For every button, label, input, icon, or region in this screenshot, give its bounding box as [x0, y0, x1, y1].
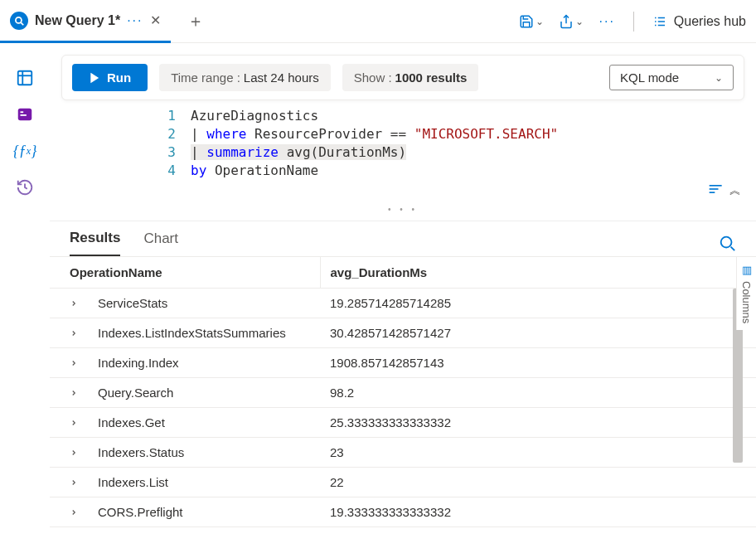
- cell-operation: CORS.Preflight: [88, 497, 320, 527]
- save-button[interactable]: ⌄: [519, 14, 544, 29]
- tab-results[interactable]: Results: [70, 230, 120, 257]
- show-value: 1000 results: [395, 70, 468, 85]
- line-number: 2: [50, 125, 191, 143]
- query-editor[interactable]: 1AzureDiagnostics2| where ResourceProvid…: [50, 107, 756, 180]
- chevron-down-icon: ⌄: [575, 16, 584, 27]
- line-number: 1: [50, 107, 191, 125]
- table-row[interactable]: Indexers.Status23: [50, 438, 756, 468]
- mode-value: KQL mode: [620, 70, 679, 85]
- time-range-label: Time range :: [171, 70, 240, 85]
- cell-operation: Indexes.Get: [88, 408, 320, 438]
- col-header-operation[interactable]: OperationName: [50, 257, 320, 289]
- svg-line-1: [21, 22, 23, 25]
- time-range-selector[interactable]: Time range : Last 24 hours: [159, 64, 331, 91]
- cell-duration: 23: [320, 438, 756, 468]
- tab-chart[interactable]: Chart: [143, 230, 178, 255]
- table-row[interactable]: CORS.Preflight19.333333333333332: [50, 497, 756, 527]
- svg-point-19: [721, 237, 732, 248]
- functions-icon[interactable]: {ƒx}: [15, 141, 35, 161]
- expand-row-icon[interactable]: [50, 408, 88, 438]
- chevron-down-icon: ⌄: [536, 16, 544, 27]
- cell-duration: 22: [320, 468, 756, 497]
- cell-operation: Query.Search: [88, 378, 320, 408]
- results-table: OperationName avg_DurationMs ServiceStat…: [50, 257, 756, 527]
- queries-hub-button[interactable]: Queries hub: [652, 14, 746, 29]
- more-actions-button[interactable]: ···: [598, 14, 614, 29]
- tabs-area: New Query 1* ··· ✕ ＋: [0, 0, 214, 42]
- code-line[interactable]: by OperationName: [191, 162, 756, 180]
- table-row[interactable]: ServiceStats19.285714285714285: [50, 289, 756, 318]
- svg-point-0: [16, 17, 22, 22]
- line-number: 4: [50, 162, 191, 180]
- col-header-duration[interactable]: avg_DurationMs: [320, 257, 756, 289]
- new-tab-button[interactable]: ＋: [177, 10, 214, 32]
- expand-row-icon[interactable]: [50, 497, 88, 527]
- share-button[interactable]: ⌄: [559, 14, 584, 29]
- svg-rect-13: [21, 111, 24, 113]
- show-results-selector[interactable]: Show : 1000 results: [342, 64, 479, 91]
- expand-row-icon[interactable]: [50, 468, 88, 497]
- cell-duration: 1908.857142857143: [320, 348, 756, 378]
- format-toolbar: ︽: [50, 180, 756, 201]
- code-line[interactable]: AzureDiagnostics: [191, 107, 756, 125]
- format-icon[interactable]: [708, 183, 724, 198]
- columns-panel-toggle[interactable]: ▥ Columns: [736, 257, 756, 330]
- svg-rect-9: [18, 71, 32, 85]
- search-results-icon[interactable]: [718, 234, 736, 252]
- chevron-down-icon: ⌄: [715, 72, 723, 84]
- code-line[interactable]: | summarize avg(DurationMs): [191, 143, 756, 162]
- azure-query-icon: [10, 12, 28, 30]
- tab-more-icon[interactable]: ···: [127, 13, 143, 28]
- cell-operation: Indexers.Status: [88, 438, 320, 468]
- columns-label: Columns: [740, 281, 753, 323]
- tab-title: New Query 1*: [35, 13, 120, 28]
- table-row[interactable]: Indexers.List22: [50, 468, 756, 497]
- separator: [633, 12, 634, 32]
- tables-icon[interactable]: [15, 68, 35, 88]
- cell-duration: 19.333333333333332: [320, 497, 756, 527]
- code-line[interactable]: | where ResourceProvider == "MICROSOFT.S…: [191, 125, 756, 143]
- svg-rect-14: [21, 114, 27, 116]
- expand-row-icon[interactable]: [50, 348, 88, 378]
- cell-operation: Indexes.ListIndexStatsSummaries: [88, 318, 320, 348]
- top-bar: New Query 1* ··· ✕ ＋ ⌄ ⌄ ··· Queries hub: [0, 0, 756, 43]
- time-range-value: Last 24 hours: [244, 70, 319, 85]
- cell-operation: ServiceStats: [88, 289, 320, 318]
- top-actions: ⌄ ⌄ ··· Queries hub: [519, 12, 746, 32]
- expand-row-icon[interactable]: [50, 289, 88, 318]
- query-tab[interactable]: New Query 1* ··· ✕: [0, 0, 171, 43]
- query-toolbar: Run Time range : Last 24 hours Show : 10…: [61, 55, 744, 100]
- table-row[interactable]: Indexes.ListIndexStatsSummaries30.428571…: [50, 318, 756, 348]
- close-icon[interactable]: ✕: [150, 12, 161, 28]
- collapse-icon[interactable]: ︽: [729, 183, 741, 198]
- cell-duration: 98.2: [320, 378, 756, 408]
- queries-hub-icon: [652, 14, 667, 29]
- cell-duration: 25.333333333333332: [320, 408, 756, 438]
- show-label: Show :: [354, 70, 392, 85]
- results-area: Results Chart OperationName avg_Duration…: [50, 221, 756, 558]
- table-row[interactable]: Indexing.Index1908.857142857143: [50, 348, 756, 378]
- cell-operation: Indexing.Index: [88, 348, 320, 378]
- results-tabs: Results Chart: [50, 221, 756, 256]
- svg-line-20: [731, 247, 735, 251]
- table-row[interactable]: Indexes.Get25.333333333333332: [50, 408, 756, 438]
- mode-selector[interactable]: KQL mode ⌄: [609, 65, 734, 90]
- expand-row-icon[interactable]: [50, 318, 88, 348]
- results-table-wrap: OperationName avg_DurationMs ServiceStat…: [50, 256, 756, 558]
- left-rail: {ƒx}: [0, 43, 50, 558]
- run-label: Run: [107, 70, 131, 85]
- line-number: 3: [50, 143, 191, 162]
- expand-row-icon[interactable]: [50, 378, 88, 408]
- main-panel: Run Time range : Last 24 hours Show : 10…: [50, 43, 756, 558]
- cell-duration: 30.428571428571427: [320, 318, 756, 348]
- queries-icon[interactable]: [15, 104, 35, 124]
- svg-marker-15: [91, 73, 98, 82]
- columns-icon: ▥: [742, 264, 752, 276]
- panel-resize-handle[interactable]: • • •: [50, 201, 756, 217]
- cell-duration: 19.285714285714285: [320, 289, 756, 318]
- run-button[interactable]: Run: [72, 64, 148, 91]
- expand-row-icon[interactable]: [50, 438, 88, 468]
- cell-operation: Indexers.List: [88, 468, 320, 497]
- table-row[interactable]: Query.Search98.2: [50, 378, 756, 408]
- history-icon[interactable]: [15, 177, 35, 197]
